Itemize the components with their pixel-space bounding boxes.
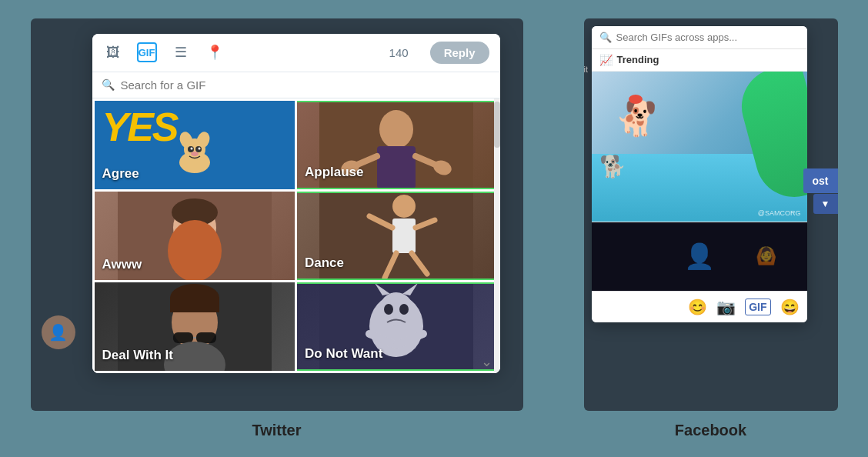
svg-rect-24 xyxy=(392,218,416,253)
fb-post-button[interactable]: ost xyxy=(803,168,838,193)
trending-label: Trending xyxy=(617,54,659,65)
fb-gif-icon[interactable]: GIF xyxy=(745,299,770,315)
dark-gif-bg: 👤 🙆 xyxy=(592,222,807,291)
trending-icon: 📈 xyxy=(599,54,613,66)
facebook-section: it 🔍 📈 Trending 🐕 xyxy=(584,18,838,439)
svg-rect-11 xyxy=(377,146,416,188)
twitter-section: 👤 🖼 GIF ☰ 📍 140 Reply 🔍 YE xyxy=(31,18,523,439)
agree-mouse-svg xyxy=(168,128,222,174)
fb-search-bar: 🔍 xyxy=(592,26,807,49)
facebook-label: Facebook xyxy=(675,422,746,439)
gif-cell-donotwant[interactable]: Do Not Want xyxy=(297,282,498,371)
gif-label-donotwant: Do Not Want xyxy=(305,346,382,362)
search-icon: 🔍 xyxy=(102,78,115,91)
fb-gif-thumb[interactable]: 👤 🙆 xyxy=(592,222,807,291)
gif-grid: YES xyxy=(92,98,500,373)
list-icon[interactable]: ☰ xyxy=(171,42,191,62)
location-icon[interactable]: 📍 xyxy=(205,42,225,62)
fb-main-gif[interactable]: 🐕 🐕 @SAMCORG xyxy=(592,72,807,222)
svg-rect-32 xyxy=(196,332,216,343)
scroll-thumb xyxy=(494,102,500,148)
svg-point-21 xyxy=(168,220,222,280)
gif-cell-agree[interactable]: YES xyxy=(95,101,295,189)
fb-sticker-icon[interactable]: 😄 xyxy=(780,298,800,316)
gif-search-bar: 🔍 xyxy=(92,72,500,98)
gif-cell-dance[interactable]: Dance xyxy=(297,192,498,280)
facebook-popup-background: it 🔍 📈 Trending 🐕 xyxy=(584,18,838,411)
fb-trending-bar: 📈 Trending xyxy=(592,49,807,72)
svg-rect-35 xyxy=(170,297,219,312)
svg-point-8 xyxy=(191,152,199,156)
gif-cell-dealwith[interactable]: Deal With It xyxy=(95,282,295,371)
fb-camera-icon[interactable]: 📷 xyxy=(716,298,736,316)
twitter-label: Twitter xyxy=(252,422,301,439)
gif-button[interactable]: GIF xyxy=(137,42,157,62)
gif-cell-applause[interactable]: Applause xyxy=(297,101,498,189)
corgi-area: 🐕 🐕 @SAMCORG xyxy=(592,72,807,222)
fb-watermark: @SAMCORG xyxy=(758,209,801,217)
svg-point-23 xyxy=(392,195,416,218)
gif-label-awww: Awww xyxy=(102,257,142,272)
char-count: 140 xyxy=(389,46,409,59)
corgi-accessory xyxy=(629,95,643,104)
background-dog: 🐕 xyxy=(599,154,626,179)
gif-label-agree: Agree xyxy=(102,166,139,182)
image-icon[interactable]: 🖼 xyxy=(103,42,123,62)
dark-figure-2: 🙆 xyxy=(756,246,776,266)
fb-search-input[interactable] xyxy=(616,32,800,43)
twitter-toolbar: 🖼 GIF ☰ 📍 140 Reply xyxy=(92,34,500,72)
reply-button[interactable]: Reply xyxy=(430,42,489,64)
twitter-popup-background: 👤 🖼 GIF ☰ 📍 140 Reply 🔍 YE xyxy=(31,18,523,411)
svg-point-42 xyxy=(384,304,393,315)
fb-post-dropdown[interactable]: ▼ xyxy=(813,194,838,214)
gif-search-input[interactable] xyxy=(121,78,491,92)
svg-point-43 xyxy=(399,304,409,315)
gif-label-dance: Dance xyxy=(305,255,344,271)
fb-bottom-toolbar: 😊 📷 GIF 😄 xyxy=(592,291,807,322)
facebook-inner-popup: 🔍 📈 Trending 🐕 xyxy=(592,26,807,322)
corgi-dog: 🐕 xyxy=(615,98,657,138)
fb-emoji-icon[interactable]: 😊 xyxy=(688,298,707,316)
svg-point-10 xyxy=(379,110,413,148)
gif-label-dealwith: Deal With It xyxy=(102,348,173,363)
svg-rect-31 xyxy=(173,332,193,343)
fb-search-icon: 🔍 xyxy=(599,32,612,43)
svg-point-6 xyxy=(190,147,192,149)
chevron-down-icon: ⌄ xyxy=(481,353,492,370)
gif-cell-awww[interactable]: Awww xyxy=(95,192,295,280)
avatar: 👤 xyxy=(42,315,75,349)
scroll-indicator[interactable] xyxy=(494,98,500,373)
dark-figure: 👤 xyxy=(684,242,715,271)
svg-point-7 xyxy=(198,147,200,149)
twitter-inner-popup: 🖼 GIF ☰ 📍 140 Reply 🔍 YES xyxy=(92,34,500,373)
agree-yes-text: YES xyxy=(102,104,178,150)
gif-label-applause: Applause xyxy=(305,165,364,180)
